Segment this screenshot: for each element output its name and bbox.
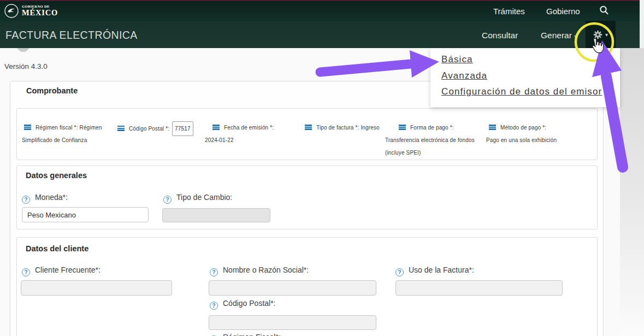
menu-item-configuracion[interactable]: Configuración de datos del emisor (441, 84, 620, 100)
datos-generales-title: Datos generales (26, 171, 87, 180)
comprobante-panel: Comprobante Régimen fiscal *: Régimen Si… (10, 81, 604, 336)
uso-factura-field-label: ?Uso de la Factura*: (395, 265, 474, 276)
field-value: Pago en una sola exhibición (486, 134, 595, 146)
tipo-cambio-input[interactable] (162, 208, 270, 222)
settings-dropdown-menu: Básica Avanzada Configuración de datos d… (430, 48, 620, 107)
factura-electronica-page: GOBIERNO DE MÉXICO Trámites Gobierno FAC… (0, 0, 644, 336)
datos-generales-section: Datos generales ?Moneda*: ?Tipo de Cambi… (16, 166, 598, 229)
field-metodo-pago[interactable]: Método de pago *:Pago en una sola exhibi… (486, 121, 595, 146)
nav-gobierno[interactable]: Gobierno (546, 7, 580, 16)
field-label: Fecha de emisión *: (224, 125, 274, 131)
arrow-basica-shaft (320, 64, 411, 72)
help-icon[interactable]: ? (22, 196, 30, 204)
menu-bars-icon (24, 125, 31, 130)
settings-menu-button[interactable]: ▾ (586, 21, 616, 48)
help-icon[interactable]: ? (395, 268, 404, 276)
nombre-field-label: ?Nombre o Razón Social*: (210, 265, 309, 276)
field-forma-pago[interactable]: Forma de pago *:Transferencia electrónic… (385, 121, 483, 159)
menu-bars-icon (212, 125, 220, 130)
moneda-label: Moneda*: (35, 193, 68, 202)
menu-item-basica[interactable]: Básica (441, 51, 620, 68)
chevron-down-icon: ▾ (574, 33, 577, 39)
menu-generar-label: Generar (541, 31, 572, 40)
comprobante-summary-box: Régimen fiscal *: Régimen Simplificado d… (16, 108, 598, 160)
uso-factura-input[interactable] (395, 280, 563, 296)
field-fecha-emision[interactable]: Fecha de emisión *:2024-01-22 (205, 121, 292, 146)
moneda-field-label: ?Moneda*: (22, 192, 68, 204)
field-label: Tipo de factura *: (316, 125, 359, 131)
eagle-emblem-icon (4, 3, 19, 19)
comprobante-title: Comprobante (26, 86, 78, 95)
codigo-postal-field-label: ?Código Postal*: (210, 298, 276, 310)
cliente-frecuente-input[interactable] (21, 280, 172, 296)
version-label: Versión 4.3.0 (4, 62, 48, 70)
search-button[interactable] (599, 5, 610, 18)
app-header-bar: FACTURA ELECTRÓNICA Consultar Generar ▾ (0, 21, 644, 48)
field-value: Transferencia electrónica de fondos (inc… (385, 134, 483, 159)
menu-bars-icon (117, 126, 125, 131)
field-codigo-postal[interactable]: Código Postal *:77517 (117, 121, 208, 136)
field-label: Régimen fiscal *: (36, 125, 78, 131)
logo-line1: GOBIERNO DE (22, 4, 58, 8)
page-edge-gradient (620, 48, 644, 336)
field-label: Código Postal *: (129, 126, 169, 132)
field-value: 2024-01-22 (205, 134, 292, 146)
codigo-postal-input[interactable]: 77517 (172, 121, 193, 136)
gov-header-bar: GOBIERNO DE MÉXICO Trámites Gobierno (0, 1, 644, 21)
field-value: Ingreso (361, 125, 379, 131)
logo-line2: MÉXICO (22, 8, 58, 17)
codigo-postal-label: Código Postal*: (223, 299, 276, 308)
gobierno-de-mexico-logo[interactable]: GOBIERNO DE MÉXICO (4, 3, 58, 19)
help-icon[interactable]: ? (210, 302, 218, 310)
nombre-input[interactable] (209, 280, 376, 296)
cliente-frecuente-label: Cliente Frecuente*: (35, 266, 101, 274)
nombre-label: Nombre o Razón Social*: (223, 266, 309, 274)
chevron-down-icon: ▾ (605, 32, 608, 38)
regimen-fiscal-field-label: ?Régimen Fiscal*: (210, 332, 281, 336)
help-icon[interactable]: ? (210, 268, 218, 276)
datos-cliente-section: Datos del cliente ?Cliente Frecuente*: ?… (16, 237, 598, 336)
logo-wordmark: GOBIERNO DE MÉXICO (22, 4, 58, 17)
gear-icon (593, 30, 603, 40)
screen-edge (640, 0, 644, 48)
field-label: Método de pago *: (500, 125, 546, 131)
menu-consultar[interactable]: Consultar (482, 31, 518, 40)
cliente-frecuente-field-label: ?Cliente Frecuente*: (22, 265, 101, 276)
page-title: FACTURA ELECTRÓNICA (5, 29, 138, 42)
search-icon (599, 5, 610, 16)
datos-cliente-title: Datos del cliente (26, 244, 88, 253)
tipo-cambio-field-label: ?Tipo de Cambio: (163, 192, 232, 204)
regimen-fiscal-label: Régimen Fiscal*: (223, 333, 281, 336)
menu-bars-icon (489, 125, 496, 130)
menu-bars-icon (305, 125, 312, 130)
uso-factura-label: Uso de la Factura*: (409, 266, 474, 274)
field-regimen-fiscal[interactable]: Régimen fiscal *: Régimen Simplificado d… (22, 121, 109, 146)
tipo-cambio-label: Tipo de Cambio: (176, 193, 232, 202)
help-icon[interactable]: ? (163, 196, 172, 204)
nav-tramites[interactable]: Trámites (493, 7, 525, 16)
codigo-postal-cliente-input[interactable] (209, 315, 376, 330)
field-label: Forma de pago *: (410, 125, 454, 131)
menu-bars-icon (399, 125, 406, 130)
help-icon[interactable]: ? (22, 268, 30, 276)
moneda-input[interactable] (22, 207, 149, 222)
menu-item-avanzada[interactable]: Avanzada (441, 68, 620, 84)
menu-generar[interactable]: Generar ▾ (541, 31, 577, 40)
field-tipo-factura[interactable]: Tipo de factura *: Ingreso (305, 121, 388, 134)
